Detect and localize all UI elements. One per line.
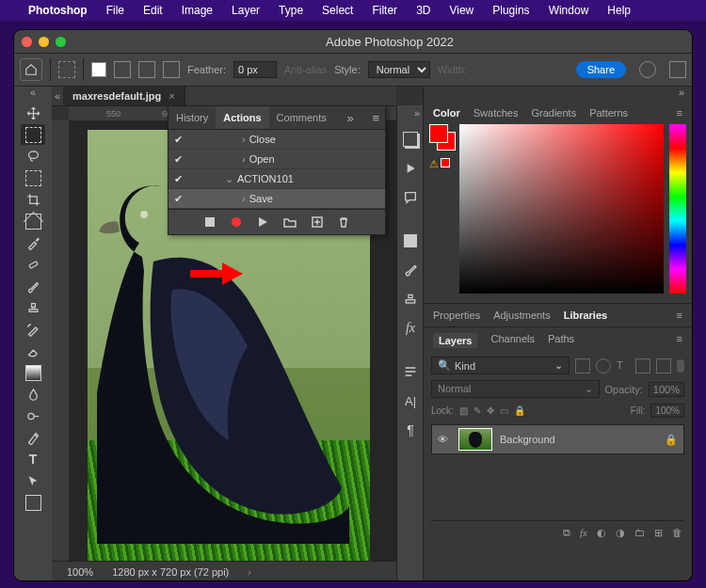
crop-tool[interactable] — [21, 189, 45, 210]
lock-position-icon[interactable]: ✥ — [487, 405, 494, 416]
check-icon[interactable]: ✔ — [170, 193, 185, 205]
adjustment-layer-icon[interactable]: ◑ — [616, 527, 625, 539]
path-select-tool[interactable] — [21, 470, 45, 491]
panel-icon-layers[interactable] — [400, 129, 421, 150]
object-select-tool[interactable] — [21, 167, 45, 188]
filter-shape-icon[interactable] — [635, 358, 650, 373]
hue-slider[interactable] — [669, 124, 686, 294]
blend-mode-select[interactable]: Normal ⌄ — [431, 380, 600, 398]
panel-icon-actions[interactable] — [400, 158, 421, 179]
selection-intersect-icon[interactable] — [163, 61, 180, 78]
check-icon[interactable]: ✔ — [170, 153, 185, 166]
lock-brush-icon[interactable]: ✎ — [473, 405, 481, 416]
menu-help[interactable]: Help — [598, 4, 640, 17]
action-row-close[interactable]: ✔ ›Close — [168, 130, 385, 150]
layers-tab[interactable]: Layers — [433, 333, 477, 348]
actions-tab[interactable]: Actions — [216, 106, 268, 129]
layer-filter-kind[interactable]: 🔍Kind⌄ — [431, 357, 570, 374]
filter-adjust-icon[interactable] — [596, 358, 611, 373]
action-row-save[interactable]: ✔ ›Save — [168, 189, 385, 209]
check-icon[interactable]: ✔ — [170, 173, 185, 185]
panel-menu-icon[interactable]: ≡ — [677, 107, 682, 119]
panel-expand-icon[interactable]: » — [341, 107, 359, 129]
layer-row-background[interactable]: 👁 Background 🔒 — [431, 424, 684, 454]
eraser-tool[interactable] — [21, 341, 45, 361]
delete-layer-icon[interactable]: 🗑 — [672, 527, 682, 539]
stop-button[interactable] — [204, 216, 216, 228]
workspace-icon[interactable] — [669, 61, 686, 78]
paths-tab[interactable]: Paths — [548, 333, 574, 348]
panel-icon-styles[interactable]: fx — [400, 318, 421, 339]
swatches-tab[interactable]: Swatches — [473, 107, 519, 119]
panel-icon-paragraph[interactable] — [400, 361, 421, 382]
filter-toggle[interactable] — [677, 359, 684, 373]
gamut-warning-icon[interactable]: ⚠ — [429, 158, 450, 170]
search-icon[interactable] — [639, 61, 656, 78]
document-tab[interactable]: maxresdefault.jpg × — [63, 87, 185, 105]
selection-add-icon[interactable] — [114, 61, 131, 78]
history-tab[interactable]: History — [168, 106, 216, 129]
libraries-tab[interactable]: Libraries — [564, 310, 607, 321]
filter-pixel-icon[interactable] — [575, 358, 590, 373]
close-tab-icon[interactable]: × — [168, 90, 174, 102]
panel-icon-glyphs[interactable]: ¶ — [400, 420, 421, 440]
new-set-button[interactable] — [283, 216, 297, 228]
menu-select[interactable]: Select — [313, 4, 362, 17]
visibility-icon[interactable]: 👁 — [438, 434, 451, 445]
menu-plugins[interactable]: Plugins — [483, 4, 538, 17]
group-icon[interactable]: 🗀 — [634, 527, 645, 539]
saturation-value-field[interactable] — [459, 124, 664, 294]
feather-input[interactable] — [233, 61, 277, 78]
panel-menu-icon[interactable]: ≡ — [677, 333, 682, 348]
action-row-open[interactable]: ✔ ›Open — [168, 150, 385, 169]
properties-tab[interactable]: Properties — [433, 310, 480, 321]
panel-icon-character[interactable]: A| — [400, 390, 421, 411]
lock-artboard-icon[interactable]: ▭ — [500, 405, 508, 416]
filter-type-icon[interactable]: T — [617, 359, 630, 373]
menu-image[interactable]: Image — [172, 4, 222, 17]
selection-subtract-icon[interactable] — [138, 61, 155, 78]
move-tool[interactable] — [21, 103, 45, 123]
gradient-tool[interactable] — [21, 362, 45, 383]
filter-smart-icon[interactable] — [656, 358, 671, 373]
opacity-value[interactable]: 100% — [649, 382, 684, 397]
stamp-tool[interactable] — [21, 297, 45, 318]
panel-icon-brushes[interactable] — [400, 260, 421, 280]
play-button[interactable] — [257, 216, 268, 228]
new-action-button[interactable] — [312, 216, 323, 228]
layer-name[interactable]: Background — [500, 434, 555, 445]
pen-tool[interactable] — [21, 427, 45, 448]
zoom-window-button[interactable] — [56, 37, 66, 47]
panel-icon-swatches[interactable] — [400, 230, 421, 251]
link-layers-icon[interactable]: ⧉ — [563, 527, 570, 539]
channels-tab[interactable]: Channels — [490, 333, 534, 348]
menu-type[interactable]: Type — [269, 4, 313, 17]
close-window-button[interactable] — [22, 37, 32, 47]
panel-icon-comments[interactable] — [400, 187, 421, 208]
type-tool[interactable]: T — [21, 449, 45, 469]
dodge-tool[interactable] — [21, 405, 45, 426]
new-layer-icon[interactable]: ⊞ — [654, 527, 663, 539]
record-button[interactable] — [231, 216, 242, 228]
panel-menu-icon[interactable]: ≡ — [366, 107, 385, 129]
menu-3d[interactable]: 3D — [407, 4, 440, 17]
comments-tab[interactable]: Comments — [269, 106, 334, 129]
menu-file[interactable]: File — [97, 4, 134, 17]
share-button[interactable]: Share — [576, 61, 626, 78]
panel-icon-clone[interactable] — [400, 289, 421, 310]
fx-icon[interactable]: fx — [580, 527, 587, 539]
lock-pixels-icon[interactable]: ▧ — [459, 405, 468, 416]
menu-view[interactable]: View — [440, 4, 483, 17]
gradients-tab[interactable]: Gradients — [531, 107, 576, 119]
home-button[interactable] — [20, 58, 42, 81]
eyedropper-tool[interactable] — [21, 232, 45, 253]
menu-layer[interactable]: Layer — [222, 4, 269, 17]
lock-icon[interactable]: 🔒 — [665, 434, 678, 446]
fill-value[interactable]: 100% — [650, 404, 684, 418]
menu-window[interactable]: Window — [539, 4, 599, 17]
heal-tool[interactable] — [21, 254, 45, 275]
adjustments-tab[interactable]: Adjustments — [493, 310, 551, 321]
color-tab[interactable]: Color — [433, 107, 460, 119]
collapse-right-icon[interactable]: » — [424, 87, 692, 102]
history-brush-tool[interactable] — [21, 319, 45, 340]
